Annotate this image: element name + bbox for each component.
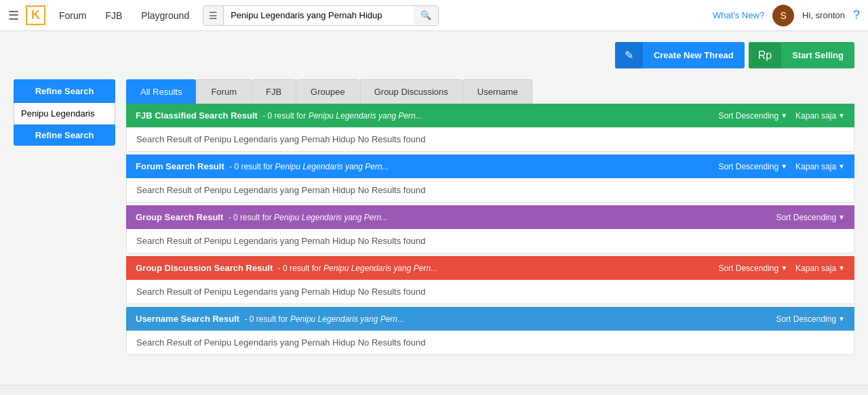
create-thread-label: Create New Thread <box>643 43 745 67</box>
group-discussion-result-section: Group Discussion Search Result - 0 resul… <box>126 256 854 304</box>
avatar: S <box>772 5 794 26</box>
group-discussion-result-title: Group Discussion Search Result <box>136 263 273 273</box>
content-wrap: Refine Search Refine Search All Results … <box>14 79 854 358</box>
group-discussion-result-subtitle: - 0 result for Penipu Legendaris yang Pe… <box>275 264 437 273</box>
nav-forum[interactable]: Forum <box>56 10 89 21</box>
forum-sort-arrow: ▼ <box>781 163 787 170</box>
username-result-section: Username Search Result - 0 result for Pe… <box>126 307 854 355</box>
fjb-result-title: FJB Classified Search Result <box>136 110 258 121</box>
username-result-title: Username Search Result <box>136 314 239 324</box>
whats-new-link[interactable]: What's New? <box>713 10 764 20</box>
search-bar: ☰ 🔍 <box>203 5 439 26</box>
forum-sort-label: Sort Descending <box>718 162 778 171</box>
fjb-result-body: Search Result of Penipu Legendaris yang … <box>126 127 854 152</box>
forum-result-body: Search Result of Penipu Legendaris yang … <box>126 178 854 203</box>
username-sort-arrow: ▼ <box>838 315 845 323</box>
refine-search-header[interactable]: Refine Search <box>14 79 115 103</box>
group-discussion-kapan-arrow: ▼ <box>838 264 845 272</box>
footer: Navigation Company Info Find Us Mobile <box>0 385 868 395</box>
fjb-kapan-control[interactable]: Kapan saja ▼ <box>795 111 845 121</box>
logo[interactable]: K <box>26 5 45 25</box>
action-bar: ✎ Create New Thread Rp Start Selling <box>0 31 868 79</box>
user-greeting[interactable]: Hi, sronton <box>802 10 845 20</box>
group-result-controls: Sort Descending ▼ <box>776 213 845 222</box>
group-result-section: Group Search Result - 0 result for Penip… <box>126 205 854 253</box>
fjb-sort-arrow: ▼ <box>781 112 787 119</box>
username-result-controls: Sort Descending ▼ <box>776 314 845 324</box>
fjb-sort-control[interactable]: Sort Descending ▼ <box>718 111 787 121</box>
group-discussion-result-controls: Sort Descending ▼ Kapan saja ▼ <box>718 264 845 273</box>
fjb-result-section: FJB Classified Search Result - 0 result … <box>126 104 854 152</box>
edit-icon: ✎ <box>615 42 643 68</box>
header: ☰ K Forum FJB Playground ☰ 🔍 What's New?… <box>0 0 868 31</box>
fjb-kapan-arrow: ▼ <box>838 112 845 119</box>
group-result-title: Group Search Result <box>136 212 223 222</box>
forum-result-controls: Sort Descending ▼ Kapan saja ▼ <box>718 162 845 171</box>
start-selling-label: Start Selling <box>781 43 854 67</box>
group-discussion-sort-arrow: ▼ <box>781 264 787 272</box>
fjb-result-header: FJB Classified Search Result - 0 result … <box>126 104 854 127</box>
rupiah-icon: Rp <box>749 43 781 68</box>
sidebar-search-input[interactable] <box>14 103 115 125</box>
menu-icon[interactable]: ☰ <box>8 8 19 23</box>
username-result-header: Username Search Result - 0 result for Pe… <box>126 307 854 331</box>
tab-all-results[interactable]: All Results <box>126 79 196 104</box>
filter-icon[interactable]: ☰ <box>203 6 224 25</box>
username-result-body: Search Result of Penipu Legendaris yang … <box>126 331 854 355</box>
sidebar-search-button[interactable]: Refine Search <box>14 125 115 146</box>
fjb-result-subtitle: - 0 result for Penipu Legendaris yang Pe… <box>260 111 422 121</box>
header-nav: Forum FJB Playground <box>56 10 192 21</box>
forum-kapan-control[interactable]: Kapan saja ▼ <box>795 162 845 171</box>
forum-result-header: Forum Search Result - 0 result for Penip… <box>126 154 854 178</box>
group-discussion-sort-control[interactable]: Sort Descending ▼ <box>718 264 787 273</box>
tab-group-discussions[interactable]: Group Discussions <box>360 79 462 104</box>
group-result-header: Group Search Result - 0 result for Penip… <box>126 205 854 229</box>
group-discussion-kapan-control[interactable]: Kapan saja ▼ <box>795 264 845 273</box>
search-input[interactable] <box>224 6 414 24</box>
username-sort-label: Sort Descending <box>776 314 836 324</box>
forum-kapan-label: Kapan saja <box>795 162 836 171</box>
header-right: What's New? S Hi, sronton ? <box>713 5 860 26</box>
group-result-body: Search Result of Penipu Legendaris yang … <box>126 229 854 253</box>
tab-groupee[interactable]: Groupee <box>296 79 359 104</box>
group-sort-control[interactable]: Sort Descending ▼ <box>776 213 845 222</box>
search-icon[interactable]: 🔍 <box>414 6 438 24</box>
group-discussion-result-body: Search Result of Penipu Legendaris yang … <box>126 280 854 304</box>
forum-sort-control[interactable]: Sort Descending ▼ <box>718 162 787 171</box>
group-discussion-kapan-label: Kapan saja <box>795 264 836 273</box>
results-area: All Results Forum FJB Groupee Group Disc… <box>126 79 854 358</box>
tab-forum[interactable]: Forum <box>197 79 251 104</box>
sidebar: Refine Search Refine Search <box>14 79 115 358</box>
main-content: Refine Search Refine Search All Results … <box>0 79 868 371</box>
tabs: All Results Forum FJB Groupee Group Disc… <box>126 79 854 104</box>
group-sort-arrow: ▼ <box>838 213 845 221</box>
forum-result-subtitle: - 0 result for Penipu Legendaris yang Pe… <box>227 162 389 171</box>
tab-fjb[interactable]: FJB <box>252 79 296 104</box>
help-icon[interactable]: ? <box>853 8 860 22</box>
fjb-sort-label: Sort Descending <box>718 111 778 121</box>
fjb-kapan-label: Kapan saja <box>795 111 836 121</box>
forum-result-title: Forum Search Result <box>136 161 224 171</box>
nav-fjb[interactable]: FJB <box>102 10 125 21</box>
start-selling-button[interactable]: Rp Start Selling <box>749 42 854 68</box>
group-sort-label: Sort Descending <box>776 213 836 222</box>
create-thread-button[interactable]: ✎ Create New Thread <box>615 42 745 68</box>
group-discussion-sort-label: Sort Descending <box>718 264 778 273</box>
forum-kapan-arrow: ▼ <box>838 163 845 170</box>
fjb-result-controls: Sort Descending ▼ Kapan saja ▼ <box>718 111 845 121</box>
nav-playground[interactable]: Playground <box>138 10 192 21</box>
username-result-subtitle: - 0 result for Penipu Legendaris yang Pe… <box>242 314 404 324</box>
group-discussion-result-header: Group Discussion Search Result - 0 resul… <box>126 256 854 280</box>
username-sort-control[interactable]: Sort Descending ▼ <box>776 314 845 324</box>
tab-username[interactable]: Username <box>463 79 532 104</box>
forum-result-section: Forum Search Result - 0 result for Penip… <box>126 154 854 203</box>
group-result-subtitle: - 0 result for Penipu Legendaris yang Pe… <box>226 213 388 222</box>
